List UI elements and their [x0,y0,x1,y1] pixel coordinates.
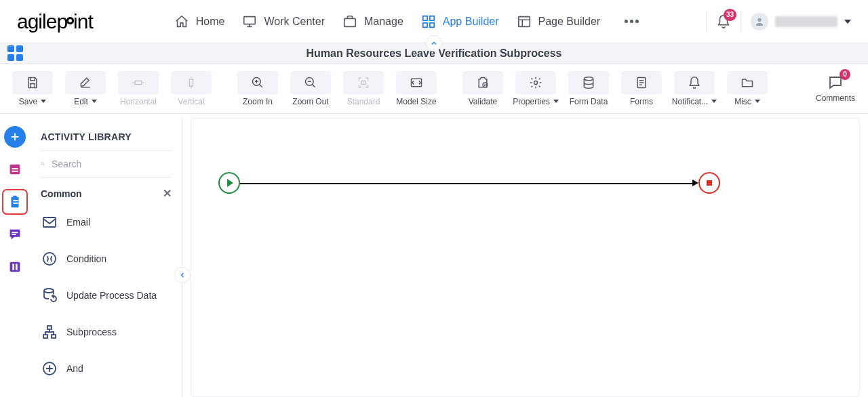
library-search[interactable] [41,150,172,177]
align-vertical-button[interactable]: Vertical [167,68,216,110]
nav-page-builder-label: Page Builder [538,16,601,28]
nav-manage-label: Manage [364,16,403,28]
vertical-label: Vertical [178,97,204,106]
svg-rect-19 [12,168,18,169]
validate-label: Validate [469,97,497,106]
svg-rect-3 [430,16,434,20]
properties-button[interactable]: Properties [511,68,560,110]
nav-more[interactable] [618,13,646,30]
validate-button[interactable]: Validate [458,68,507,110]
zoom-standard-button[interactable]: Standard [339,68,388,110]
chevron-down-icon [711,100,717,103]
nav-page-builder[interactable]: Page Builder [517,14,601,29]
dot-icon [625,20,628,23]
misc-label: Misc [734,97,751,106]
end-node[interactable] [698,172,720,194]
notifications-button[interactable]: 33 [716,14,731,29]
edit-button[interactable]: Edit [61,68,110,110]
user-menu[interactable] [751,13,851,30]
flow-connector[interactable] [240,183,696,184]
rail-chat-tab[interactable] [4,224,26,245]
form-data-button[interactable]: Form Data [564,68,613,110]
plus-circle-icon [41,360,58,377]
apps-switcher[interactable] [0,45,30,61]
page-title-bar: Human Resources Leave Verification Subpr… [0,43,868,64]
monitor-icon [242,14,257,29]
bell-icon [688,76,701,89]
nav-work-center[interactable]: Work Center [242,14,325,29]
lib-item-label: Condition [66,253,106,264]
close-icon[interactable]: ✕ [163,187,172,200]
svg-rect-34 [43,335,47,338]
process-canvas[interactable] [191,118,860,397]
nav-app-builder[interactable]: App Builder [421,14,499,29]
svg-point-7 [757,18,761,21]
rail-add-button[interactable] [4,126,26,148]
zoom-out-button[interactable]: Zoom Out [286,68,335,110]
comments-button[interactable]: 0 Comments [811,68,860,110]
chevron-down-icon [92,100,97,103]
svg-rect-20 [12,171,18,172]
notifications-tool-label: Notificat... [672,97,708,106]
hierarchy-icon [41,324,58,340]
svg-rect-23 [13,203,18,204]
comments-label: Comments [816,93,855,103]
svg-rect-6 [518,16,530,26]
zoom-in-label: Zoom In [243,97,273,106]
zoom-out-label: Zoom Out [292,97,328,106]
main-nav: Home Work Center Manage App Builder Page… [174,13,646,30]
left-rail [0,114,30,397]
svg-rect-0 [244,16,256,24]
activity-library-panel: ACTIVITY LIBRARY Common ✕ Email Conditio… [30,118,182,397]
lib-item-condition[interactable]: Condition [30,241,182,277]
nav-home-label: Home [196,16,225,28]
note-icon [7,162,22,177]
forms-button[interactable]: Forms [617,68,666,110]
library-category[interactable]: Common ✕ [41,187,172,200]
notifications-tool-button[interactable]: Notificat... [670,68,719,110]
top-right-cluster: 33 [706,12,851,32]
edit-label: Edit [74,97,88,106]
briefcase-icon [342,14,357,29]
start-node[interactable] [218,172,240,194]
workspace: ACTIVITY LIBRARY Common ✕ Email Conditio… [0,114,868,397]
align-vertical-icon [184,76,198,89]
standard-label: Standard [347,97,380,106]
nav-manage[interactable]: Manage [342,14,403,29]
zoom-in-icon [251,76,264,89]
nav-app-builder-label: App Builder [443,16,499,28]
fit-standard-icon [357,76,370,89]
misc-button[interactable]: Misc [723,68,772,110]
chevron-down-icon [553,100,559,103]
collapse-up-button[interactable] [426,35,442,51]
apps-icon [7,45,23,61]
save-button[interactable]: Save [8,68,57,110]
database-refresh-icon [41,287,58,304]
library-search-input[interactable] [50,158,172,170]
align-horizontal-button[interactable]: Horizontal [114,68,163,110]
rail-forms-tab[interactable] [4,159,26,180]
save-icon [26,76,39,89]
lib-item-and[interactable]: And [30,350,182,387]
process-flow [218,166,720,200]
svg-rect-22 [13,200,18,201]
svg-rect-25 [12,234,16,235]
lib-item-subprocess[interactable]: Subprocess [30,314,182,350]
rail-variables-tab[interactable] [4,256,26,278]
svg-point-31 [43,253,56,265]
grid-icon [421,14,436,29]
layout-icon [517,14,532,29]
model-size-button[interactable]: Model Size [392,68,441,110]
lib-item-update-data[interactable]: Update Process Data [30,277,182,314]
forms-label: Forms [630,97,653,106]
lib-item-label: Email [66,217,90,228]
logo-text-b: int [73,10,93,33]
lib-item-email[interactable]: Email [30,204,182,241]
rail-activities-tab[interactable] [4,191,26,213]
zoom-in-button[interactable]: Zoom In [233,68,282,110]
nav-home[interactable]: Home [174,14,225,29]
condition-icon [41,251,58,267]
lib-item-label: Subprocess [66,327,117,337]
properties-label: Properties [513,97,550,106]
collapse-library-button[interactable] [174,267,191,283]
